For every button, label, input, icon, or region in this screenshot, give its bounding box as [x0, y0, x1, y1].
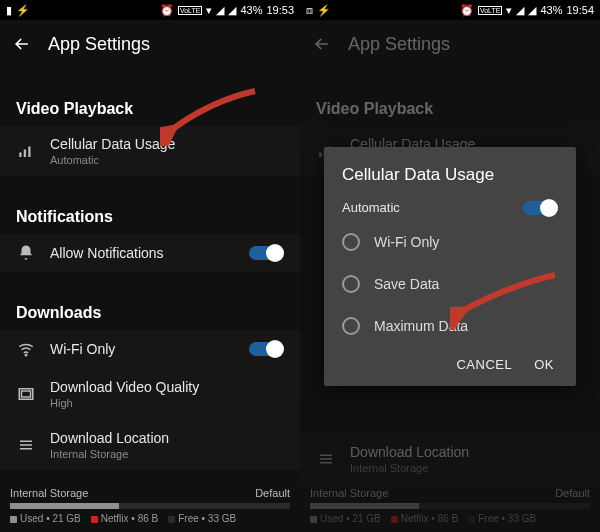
alarm-icon: ⏰ [160, 4, 174, 17]
wifi-only-label: Wi-Fi Only [50, 341, 234, 357]
location-label: Download Location [50, 430, 284, 446]
row-download-location[interactable]: Download Location Internal Storage [0, 419, 300, 470]
cellular-data-dialog: Cellular Data Usage Automatic Wi-Fi Only… [324, 147, 576, 386]
screen-left: ▮ ⚡ ⏰ VoLTE ▾ ◢ ◢ 43% 19:53 App Settings… [0, 0, 300, 532]
bell-icon [16, 244, 36, 262]
signal-bars-icon [16, 142, 36, 160]
screen-right: ⧈ ⚡ ⏰ VoLTE ▾ ◢ ◢ 43% 19:54 App Settings… [300, 0, 600, 532]
dialog-title: Cellular Data Usage [342, 165, 558, 185]
storage-panel: Internal Storage Default Used • 21 GB Ne… [0, 483, 300, 532]
option-save-data[interactable]: Save Data [342, 263, 558, 305]
svg-rect-2 [28, 147, 30, 158]
dialog-automatic-label: Automatic [342, 200, 400, 215]
status-bar: ▮ ⚡ ⏰ VoLTE ▾ ◢ ◢ 43% 19:53 [0, 0, 300, 20]
wifi-icon: ▾ [206, 4, 212, 17]
cancel-button[interactable]: CANCEL [456, 357, 512, 372]
storage-title: Internal Storage [10, 487, 88, 499]
location-icon [16, 436, 36, 454]
battery-text: 43% [240, 4, 262, 16]
storage-bar [10, 503, 290, 509]
dialog-overlay: Cellular Data Usage Automatic Wi-Fi Only… [300, 0, 600, 532]
section-video-header: Video Playback [0, 86, 300, 126]
row-cellular-data-usage[interactable]: Cellular Data Usage Automatic [0, 126, 300, 176]
volte-icon: VoLTE [178, 6, 203, 15]
option-label: Save Data [374, 276, 439, 292]
toggle-wifi-only[interactable] [248, 340, 284, 358]
storage-legend: Used • 21 GB Netflix • 86 B Free • 33 GB [10, 513, 290, 524]
page-title: App Settings [48, 34, 150, 55]
signal-icon: ◢ [216, 4, 224, 17]
quality-label: Download Video Quality [50, 379, 284, 395]
row-wifi-only[interactable]: Wi-Fi Only [0, 330, 300, 368]
section-notif-header: Notifications [0, 194, 300, 234]
bolt-icon: ⚡ [16, 4, 30, 17]
radio-icon [342, 275, 360, 293]
wifi-row-icon [16, 340, 36, 358]
ok-button[interactable]: OK [534, 357, 554, 372]
app-bar: App Settings [0, 20, 300, 68]
option-label: Maximum Data [374, 318, 468, 334]
svg-rect-1 [24, 150, 26, 158]
location-value: Internal Storage [50, 448, 284, 460]
quality-value: High [50, 397, 284, 409]
toggle-allow-notifications[interactable] [248, 244, 284, 262]
svg-point-3 [25, 354, 27, 356]
back-icon[interactable] [12, 34, 32, 54]
svg-rect-5 [22, 391, 31, 397]
clock-text: 19:53 [266, 4, 294, 16]
camera-icon: ▮ [6, 4, 12, 17]
option-label: Wi-Fi Only [374, 234, 439, 250]
radio-icon [342, 233, 360, 251]
radio-icon [342, 317, 360, 335]
row-download-quality[interactable]: Download Video Quality High [0, 368, 300, 419]
quality-icon [16, 385, 36, 403]
allow-notif-label: Allow Notifications [50, 245, 234, 261]
option-wifi-only[interactable]: Wi-Fi Only [342, 221, 558, 263]
cellular-value: Automatic [50, 154, 284, 166]
svg-rect-0 [19, 153, 21, 158]
storage-default: Default [255, 487, 290, 499]
cellular-label: Cellular Data Usage [50, 136, 284, 152]
option-maximum-data[interactable]: Maximum Data [342, 305, 558, 347]
row-allow-notifications[interactable]: Allow Notifications [0, 234, 300, 272]
section-downloads-header: Downloads [0, 290, 300, 330]
signal-icon-2: ◢ [228, 4, 236, 17]
toggle-automatic[interactable] [522, 199, 558, 217]
